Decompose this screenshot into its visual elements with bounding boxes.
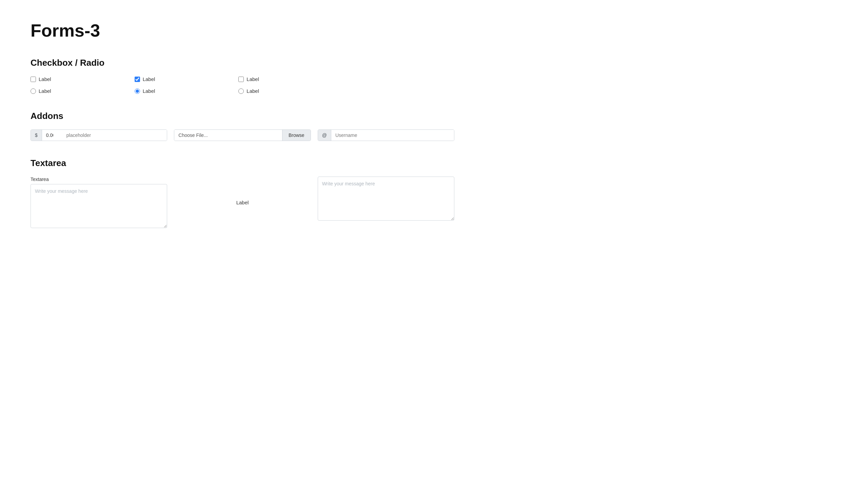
checkbox-unchecked-1: Label (31, 76, 128, 82)
checkbox-label-1[interactable]: Label (39, 76, 51, 82)
username-input-group: @ (318, 129, 454, 141)
checkbox-input-3[interactable] (238, 77, 244, 82)
currency-input-group: $ (31, 129, 167, 141)
checkbox-radio-title: Checkbox / Radio (31, 58, 837, 68)
checkbox-label-3[interactable]: Label (246, 76, 259, 82)
textarea-center-label: Label (174, 177, 311, 228)
radio-label-3[interactable]: Label (246, 88, 259, 94)
radio-input-3[interactable] (238, 88, 244, 94)
textarea-section: Textarea Textarea Label (31, 158, 837, 228)
checkbox-input-1[interactable] (31, 77, 36, 82)
file-input-group: Choose File... Browse (174, 129, 311, 141)
textarea-1[interactable] (31, 184, 167, 228)
addons-section: Addons $ Choose File... Browse @ (31, 111, 837, 141)
textarea-grid: Textarea Label (31, 177, 454, 228)
textarea-title: Textarea (31, 158, 837, 168)
radio-label-1[interactable]: Label (39, 88, 51, 94)
page-title: Forms-3 (31, 20, 837, 41)
checkbox-unchecked-3: Label (238, 76, 336, 82)
addons-title: Addons (31, 111, 837, 121)
radio-label-2[interactable]: Label (143, 88, 155, 94)
radio-unchecked-1: Label (31, 88, 128, 94)
radio-input-2[interactable] (135, 88, 140, 94)
radio-checked-2: Label (135, 88, 232, 94)
file-name-display: Choose File... (174, 130, 282, 141)
textarea-group-1: Textarea (31, 177, 167, 228)
radio-unchecked-3: Label (238, 88, 336, 94)
currency-text-input[interactable] (62, 130, 167, 141)
username-input[interactable] (331, 130, 454, 141)
textarea-group-2 (318, 177, 454, 228)
checkbox-checked-2: Label (135, 76, 232, 82)
at-addon: @ (318, 130, 331, 141)
radio-input-1[interactable] (31, 88, 36, 94)
checkbox-radio-grid: Label Label Label Label Label Label (31, 76, 336, 94)
browse-button[interactable]: Browse (282, 130, 311, 141)
addons-grid: $ Choose File... Browse @ (31, 129, 454, 141)
currency-addon: $ (31, 130, 42, 141)
textarea-1-label: Textarea (31, 177, 167, 182)
textarea-2[interactable] (318, 177, 454, 221)
currency-number-input[interactable] (42, 130, 62, 141)
checkbox-input-2[interactable] (135, 77, 140, 82)
checkbox-radio-section: Checkbox / Radio Label Label Label Label… (31, 58, 837, 94)
checkbox-label-2[interactable]: Label (143, 76, 155, 82)
